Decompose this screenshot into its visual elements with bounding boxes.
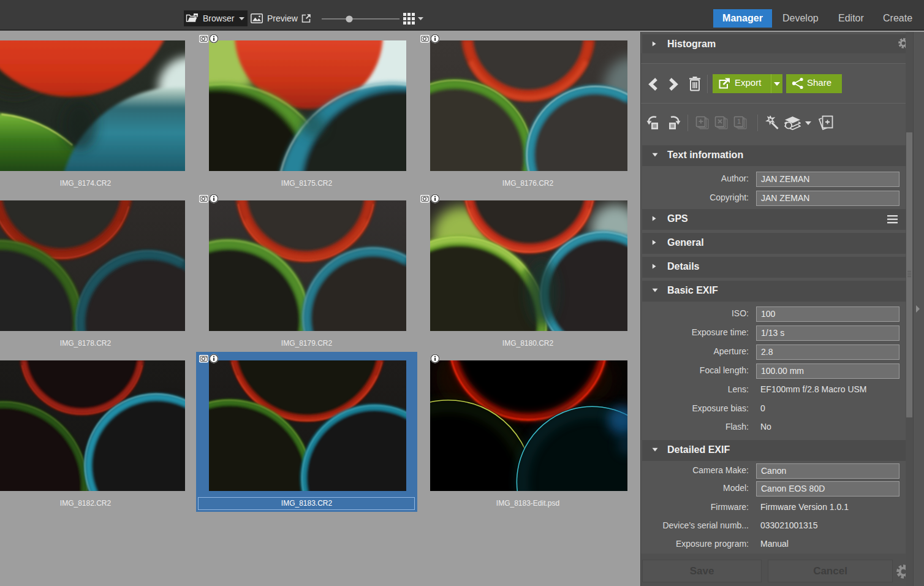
svg-text:1: 1 <box>737 118 741 125</box>
